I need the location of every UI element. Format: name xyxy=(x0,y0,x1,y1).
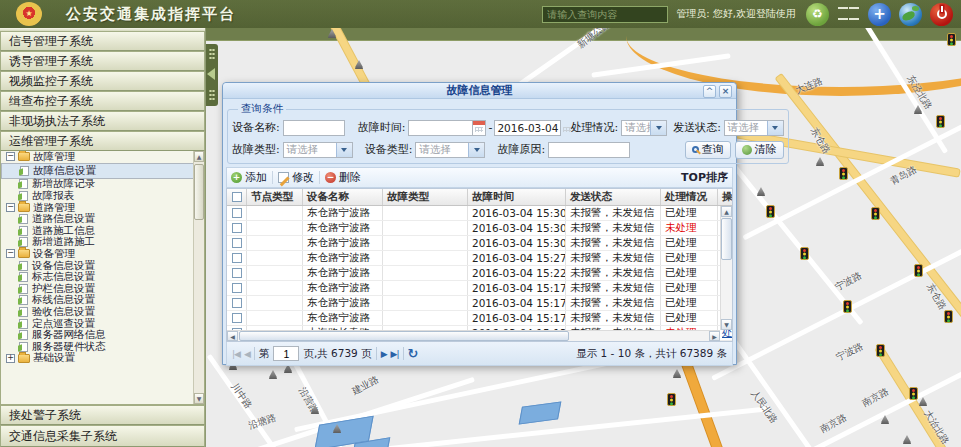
scroll-down-icon[interactable]: ▼ xyxy=(721,319,732,330)
globe-icon[interactable] xyxy=(899,3,922,26)
prev-page-icon[interactable]: ◀ xyxy=(244,349,250,359)
grid-vertical-scrollbar[interactable]: ▲ ▼ xyxy=(720,206,732,330)
expand-toggle-icon[interactable]: + xyxy=(6,354,15,363)
camera-icon[interactable] xyxy=(903,435,911,444)
scroll-right-icon[interactable]: ▶ xyxy=(709,331,720,341)
device-name-input[interactable] xyxy=(283,120,345,136)
sidebar-item-nonsite[interactable]: 非现场执法子系统 xyxy=(0,111,205,131)
collapse-toggle-icon[interactable]: − xyxy=(6,203,15,212)
next-page-icon[interactable]: ▶ xyxy=(381,349,387,359)
row-checkbox[interactable] xyxy=(232,253,242,263)
table-row[interactable]: 东仓路宁波路2016-03-04 15:27:00未报警，未发短信已处理处理 xyxy=(227,251,732,266)
fault-type-select[interactable]: 请选择 xyxy=(283,142,353,158)
column-header-fault-time[interactable]: 故障时间 xyxy=(468,189,566,205)
sidebar-item-traffic-collection[interactable]: 交通信息采集子系统 xyxy=(0,425,205,447)
global-search-input[interactable] xyxy=(542,6,668,23)
row-checkbox[interactable] xyxy=(232,268,242,278)
dialog-close-icon[interactable]: × xyxy=(719,85,732,98)
row-checkbox[interactable] xyxy=(232,208,242,218)
row-checkbox[interactable] xyxy=(232,283,242,293)
top-sort-button[interactable]: TOP排序 xyxy=(681,170,728,185)
scroll-thumb[interactable] xyxy=(721,218,732,260)
sidebar-item-signal[interactable]: 信号管理子系统 xyxy=(0,31,205,51)
sidebar-collapse-handle[interactable] xyxy=(206,44,218,106)
table-row[interactable]: 东仓路宁波路2016-03-04 15:30:00未报警，未发短信已处理处理 xyxy=(227,236,732,251)
tree-folder-fault[interactable]: −故障管理 xyxy=(1,151,204,163)
column-header-handle-status[interactable]: 处理情况 xyxy=(661,189,718,205)
scroll-down-icon[interactable]: ▼ xyxy=(194,393,204,404)
dialog-collapse-icon[interactable]: ^ xyxy=(703,85,716,98)
calendar-icon[interactable] xyxy=(560,121,561,135)
chevron-down-icon[interactable] xyxy=(468,143,484,157)
column-header-send-status[interactable]: 发送状态 xyxy=(566,189,661,205)
traffic-light-icon[interactable] xyxy=(936,115,945,128)
last-page-icon[interactable]: ▶| xyxy=(391,349,399,359)
scroll-up-icon[interactable]: ▲ xyxy=(194,151,204,162)
chevron-down-icon[interactable] xyxy=(336,143,352,157)
handle-status-select[interactable]: 请选择 xyxy=(621,120,667,136)
dialog-titlebar[interactable]: 故障信息管理 ^ × xyxy=(223,83,736,99)
table-row[interactable]: 东仓路宁波路2016-03-04 15:22:50未报警，未发短信已处理处理 xyxy=(227,266,732,281)
scroll-left-icon[interactable]: ◀ xyxy=(227,331,238,341)
scroll-up-icon[interactable]: ▲ xyxy=(721,206,732,217)
traffic-light-icon[interactable] xyxy=(914,264,923,277)
sidebar-item-alarm[interactable]: 接处警子系统 xyxy=(0,405,205,425)
column-header-fault-type[interactable]: 故障类型 xyxy=(383,189,468,205)
clear-button[interactable]: 清除 xyxy=(735,141,784,159)
camera-icon[interactable] xyxy=(269,370,277,379)
traffic-light-icon[interactable] xyxy=(876,344,885,357)
collapse-toggle-icon[interactable]: − xyxy=(6,249,15,258)
tree-item-server-hardware[interactable]: 服务器硬件状态 xyxy=(1,341,204,353)
traffic-light-icon[interactable] xyxy=(871,207,880,220)
table-row[interactable]: 东仓路宁波路2016-03-04 15:30:00未报警，未发短信未处理处理 xyxy=(227,221,732,236)
search-button[interactable]: 查询 xyxy=(685,141,731,159)
camera-icon[interactable] xyxy=(816,157,824,166)
add-button[interactable]: +添加 xyxy=(231,170,267,185)
row-checkbox[interactable] xyxy=(232,238,242,248)
camera-icon[interactable] xyxy=(673,369,681,378)
row-checkbox[interactable] xyxy=(232,313,242,323)
table-row[interactable]: 东仓路宁波路2016-03-04 15:17:01未报警，未发短信已处理处理 xyxy=(227,296,732,311)
calendar-icon[interactable] xyxy=(472,121,485,135)
tree-item-fault-info[interactable]: 故障信息设置 xyxy=(1,163,204,179)
row-checkbox[interactable] xyxy=(232,298,242,308)
traffic-light-icon[interactable] xyxy=(766,205,775,218)
tree-item-fault-report[interactable]: 故障报表 xyxy=(1,190,204,202)
traffic-light-icon[interactable] xyxy=(839,167,848,180)
sidebar-item-operations[interactable]: 运维管理子系统 xyxy=(0,131,205,151)
table-row[interactable]: 东仓路宁波路2016-03-04 15:17:01未报警，未发短信已处理处理 xyxy=(227,281,732,296)
first-page-icon[interactable]: |◀ xyxy=(232,349,240,359)
tree-scrollbar[interactable]: ▲ ▼ xyxy=(193,151,204,404)
column-header-node-type[interactable]: 节点类型 xyxy=(247,189,303,205)
refresh-icon[interactable]: ↻ xyxy=(408,347,419,360)
camera-icon[interactable] xyxy=(919,397,927,406)
scroll-thumb[interactable] xyxy=(194,164,204,220)
fault-time-to-field[interactable]: 2016-03-04 xyxy=(494,120,561,136)
page-number-input[interactable] xyxy=(273,346,299,361)
column-header-operation[interactable]: 操作 xyxy=(718,189,733,205)
add-icon[interactable]: + xyxy=(868,3,891,26)
traffic-light-icon[interactable] xyxy=(909,387,918,400)
traffic-light-icon[interactable] xyxy=(843,300,852,313)
recycle-icon[interactable]: ♻ xyxy=(806,3,829,26)
power-logout-icon[interactable] xyxy=(930,3,953,26)
fault-time-from-field[interactable] xyxy=(408,120,486,136)
select-all-checkbox[interactable] xyxy=(232,192,242,202)
edit-button[interactable]: 修改 xyxy=(278,170,314,185)
chevron-down-icon[interactable] xyxy=(767,121,783,135)
sidebar-item-investigation[interactable]: 缉查布控子系统 xyxy=(0,91,205,111)
sidebar-item-guidance[interactable]: 诱导管理子系统 xyxy=(0,51,205,71)
collapse-toggle-icon[interactable]: − xyxy=(6,152,15,161)
table-row[interactable]: 东仓路宁波路2016-03-04 15:30:00未报警，未发短信已处理处理 xyxy=(227,206,732,221)
device-type-select[interactable]: 请选择 xyxy=(415,142,485,158)
grid-horizontal-scrollbar[interactable]: ◀ ▶ xyxy=(227,330,720,341)
row-checkbox[interactable] xyxy=(232,223,242,233)
delete-button[interactable]: −删除 xyxy=(325,170,361,185)
tree-folder-basic[interactable]: +基础设置 xyxy=(1,353,204,365)
tree-item-add-construction[interactable]: 新增道路施工 xyxy=(1,237,204,249)
scroll-thumb[interactable] xyxy=(239,331,569,341)
traffic-light-icon[interactable] xyxy=(944,310,953,323)
fault-reason-input[interactable] xyxy=(548,142,630,158)
modules-grid-icon[interactable] xyxy=(837,3,860,26)
send-status-select[interactable]: 请选择 xyxy=(724,120,784,136)
